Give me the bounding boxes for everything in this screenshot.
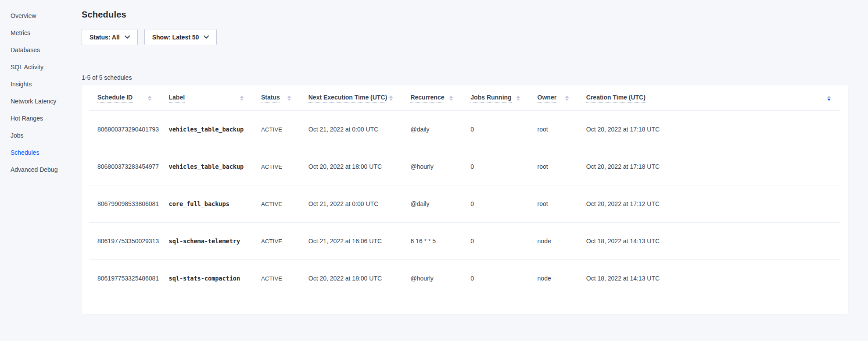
- sidebar-item-advanced-debug[interactable]: Advanced Debug: [11, 165, 82, 174]
- sidebar-item-network-latency[interactable]: Network Latency: [11, 97, 82, 106]
- main-content: Schedules Status: All Show: Latest 50 1-…: [82, 0, 868, 314]
- cell-creation-time: Oct 20, 2022 at 17:18 UTC: [578, 126, 840, 133]
- cell-status: ACTIVE: [253, 163, 301, 170]
- cell-owner: root: [530, 126, 578, 133]
- sidebar-item-overview[interactable]: Overview: [11, 11, 82, 20]
- cell-owner: node: [530, 275, 578, 282]
- column-header-owner[interactable]: Owner: [530, 94, 578, 103]
- table-row[interactable]: 806197753325486081 sql-stats-compaction …: [90, 260, 840, 297]
- cell-jobs-running: 0: [463, 275, 529, 282]
- table-row[interactable]: 806800373283454977 vehicles_table_backup…: [90, 148, 840, 185]
- page-title: Schedules: [82, 10, 868, 20]
- column-header-creation-time[interactable]: Creation Time (UTC): [578, 94, 840, 103]
- sidebar-item-metrics[interactable]: Metrics: [11, 28, 82, 37]
- cell-schedule-id: 806800373283454977: [90, 163, 161, 170]
- sort-icon: [148, 96, 151, 101]
- cell-creation-time: Oct 18, 2022 at 14:13 UTC: [578, 275, 840, 282]
- sort-icon: [287, 96, 291, 101]
- cell-creation-time: Oct 18, 2022 at 14:13 UTC: [578, 238, 840, 245]
- cell-schedule-id: 806799098533806081: [90, 200, 161, 207]
- table-row[interactable]: 806799098533806081 core_full_backups ACT…: [90, 185, 840, 223]
- cell-label: sql-schema-telemetry: [161, 238, 253, 245]
- sidebar-item-jobs[interactable]: Jobs: [11, 131, 82, 140]
- cell-recurrence: 6 16 * * 5: [402, 238, 463, 245]
- cell-owner: root: [530, 200, 578, 207]
- chevron-down-icon: [125, 36, 130, 39]
- results-count: 1-5 of 5 schedules: [82, 74, 868, 81]
- column-header-jobs-running[interactable]: Jobs Running: [463, 94, 529, 103]
- show-filter-label: Show: Latest 50: [152, 34, 199, 41]
- cell-creation-time: Oct 20, 2022 at 17:18 UTC: [578, 163, 840, 170]
- status-filter-dropdown[interactable]: Status: All: [82, 29, 138, 45]
- sidebar-item-databases[interactable]: Databases: [11, 46, 82, 54]
- cell-status: ACTIVE: [253, 126, 301, 133]
- sort-icon: [565, 96, 569, 101]
- sidebar: Overview Metrics Databases SQL Activity …: [0, 0, 82, 341]
- table-header-row: Schedule ID Label Status Next Execution …: [90, 85, 840, 111]
- cell-status: ACTIVE: [253, 275, 301, 282]
- sidebar-item-hot-ranges[interactable]: Hot Ranges: [11, 114, 82, 123]
- cell-status: ACTIVE: [253, 238, 301, 245]
- cell-recurrence: @daily: [402, 200, 463, 207]
- sidebar-item-sql-activity[interactable]: SQL Activity: [11, 63, 82, 71]
- show-filter-dropdown[interactable]: Show: Latest 50: [144, 29, 217, 45]
- cell-jobs-running: 0: [463, 163, 529, 170]
- cell-creation-time: Oct 20, 2022 at 17:12 UTC: [578, 200, 840, 207]
- status-filter-label: Status: All: [90, 34, 120, 41]
- cell-label: core_full_backups: [161, 200, 253, 207]
- cell-next-execution-time: Oct 21, 2022 at 0:00 UTC: [301, 200, 403, 207]
- table-row[interactable]: 806800373290401793 vehicles_table_backup…: [90, 111, 840, 148]
- cell-jobs-running: 0: [463, 200, 529, 207]
- cell-schedule-id: 806197753350029313: [90, 238, 161, 245]
- chevron-down-icon: [204, 36, 209, 39]
- cell-label: sql-stats-compaction: [161, 275, 253, 282]
- column-header-status[interactable]: Status: [253, 94, 301, 103]
- cell-next-execution-time: Oct 21, 2022 at 16:06 UTC: [301, 238, 403, 245]
- sort-icon: [389, 96, 393, 101]
- cell-next-execution-time: Oct 20, 2022 at 18:00 UTC: [301, 163, 403, 170]
- sidebar-item-insights[interactable]: Insights: [11, 80, 82, 89]
- cell-recurrence: @hourly: [402, 163, 463, 170]
- sort-icon-active-desc: [827, 96, 831, 101]
- cell-next-execution-time: Oct 20, 2022 at 18:00 UTC: [301, 275, 403, 282]
- cell-owner: root: [530, 163, 578, 170]
- filter-bar: Status: All Show: Latest 50: [82, 29, 868, 45]
- cell-next-execution-time: Oct 21, 2022 at 0:00 UTC: [301, 126, 403, 133]
- cell-recurrence: @hourly: [402, 275, 463, 282]
- cell-schedule-id: 806197753325486081: [90, 275, 161, 282]
- column-header-recurrence[interactable]: Recurrence: [402, 94, 463, 103]
- column-header-schedule-id[interactable]: Schedule ID: [90, 94, 161, 103]
- cell-label: vehicles_table_backup: [161, 126, 253, 133]
- cell-label: vehicles_table_backup: [161, 163, 253, 170]
- column-header-label[interactable]: Label: [161, 94, 253, 103]
- cell-jobs-running: 0: [463, 126, 529, 133]
- sort-icon: [240, 96, 244, 101]
- schedules-table-card: Schedule ID Label Status Next Execution …: [82, 85, 848, 314]
- table-row[interactable]: 806197753350029313 sql-schema-telemetry …: [90, 223, 840, 260]
- cell-schedule-id: 806800373290401793: [90, 126, 161, 133]
- cell-jobs-running: 0: [463, 238, 529, 245]
- cell-recurrence: @daily: [402, 126, 463, 133]
- sort-icon: [449, 96, 453, 101]
- column-header-next-execution-time[interactable]: Next Execution Time (UTC): [301, 94, 403, 103]
- cell-owner: node: [530, 238, 578, 245]
- sort-icon: [516, 96, 520, 101]
- sidebar-item-schedules[interactable]: Schedules: [11, 148, 82, 157]
- cell-status: ACTIVE: [253, 201, 301, 207]
